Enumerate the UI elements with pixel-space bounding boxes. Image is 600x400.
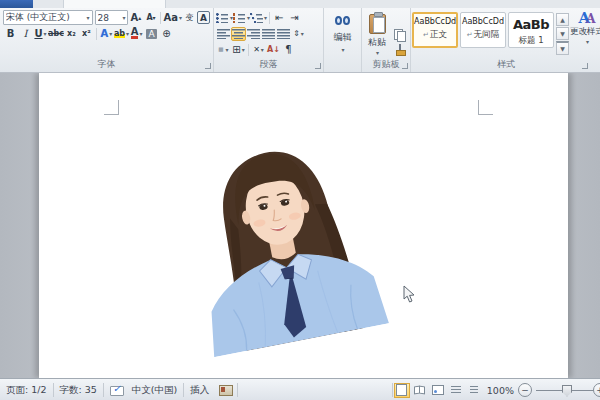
chevron-down-icon: ▾ bbox=[571, 38, 600, 45]
align-center-button[interactable] bbox=[231, 27, 246, 41]
text-effects-button[interactable]: A▾ bbox=[99, 27, 114, 41]
dialog-launcher-icon[interactable] bbox=[582, 63, 588, 69]
zoom-out-button[interactable]: − bbox=[518, 383, 532, 397]
view-web-layout-button[interactable] bbox=[430, 383, 446, 398]
macro-record-button[interactable] bbox=[215, 385, 237, 396]
character-border-icon[interactable]: A bbox=[197, 11, 210, 24]
insert-mode-indicator[interactable]: 插入 bbox=[184, 384, 215, 397]
styles-group-label: 样式 bbox=[411, 58, 600, 71]
asian-layout-button[interactable]: ✕▾ bbox=[251, 43, 266, 57]
shrink-font-button[interactable]: A▾ bbox=[143, 11, 158, 25]
chevron-down-icon: ▾ bbox=[301, 30, 304, 37]
page[interactable] bbox=[39, 73, 568, 378]
separator bbox=[237, 383, 238, 397]
strikethrough-button[interactable]: abc bbox=[48, 27, 64, 41]
paragraph-mark-icon: ↵ bbox=[423, 31, 429, 39]
zoom-slider-thumb[interactable] bbox=[562, 385, 572, 397]
increase-indent-button[interactable]: ⇥ bbox=[287, 11, 302, 25]
chevron-down-icon[interactable]: ▾ bbox=[122, 14, 125, 21]
shading-button[interactable]: ◆▾ bbox=[216, 43, 231, 57]
home-tab-edge[interactable] bbox=[63, 0, 166, 8]
chevron-down-icon: ▾ bbox=[261, 46, 264, 53]
dialog-launcher-icon[interactable] bbox=[315, 63, 321, 69]
chevron-down-icon: ▾ bbox=[264, 14, 267, 21]
view-draft-button[interactable] bbox=[466, 383, 482, 398]
styles-scroll-down-button[interactable]: ▼ bbox=[556, 27, 569, 40]
bold-button[interactable]: B bbox=[3, 27, 18, 41]
format-painter-button[interactable] bbox=[392, 43, 407, 57]
dialog-launcher-icon[interactable] bbox=[402, 63, 408, 69]
borders-button[interactable]: ⊞▾ bbox=[231, 43, 246, 57]
styles-more-button[interactable]: ▼ bbox=[556, 41, 569, 55]
borders-icon: ⊞ bbox=[232, 44, 240, 55]
word-count-indicator[interactable]: 字数: 35 bbox=[54, 384, 103, 397]
chevron-down-icon: ▾ bbox=[366, 49, 389, 56]
character-shading-button[interactable]: A bbox=[144, 27, 159, 41]
zoom-slider-track[interactable] bbox=[536, 390, 596, 391]
distribute-icon bbox=[277, 28, 290, 39]
align-right-button[interactable] bbox=[246, 27, 261, 41]
ribbon-home: 宋体 (中文正文) ▾ 28 ▾ A▴ A▾ Aa▾ 变 A B I U▾ ab… bbox=[0, 8, 600, 73]
proofing-status-button[interactable]: ✓ bbox=[104, 384, 130, 396]
line-spacing-icon: ⇕ bbox=[293, 29, 300, 38]
chevron-down-icon[interactable]: ▾ bbox=[87, 14, 90, 21]
show-hide-marks-button[interactable]: ¶ bbox=[281, 43, 296, 57]
style-normal[interactable]: AaBbCcDd ↵正文 bbox=[412, 12, 458, 48]
underline-button[interactable]: U▾ bbox=[33, 27, 48, 41]
grow-font-button[interactable]: A▴ bbox=[128, 11, 143, 25]
view-print-layout-button[interactable] bbox=[394, 383, 410, 398]
file-tab-edge[interactable] bbox=[0, 0, 33, 8]
portrait-photo-drawing bbox=[161, 120, 401, 360]
align-left-button[interactable] bbox=[216, 27, 231, 41]
subscript-button[interactable]: x₂ bbox=[64, 27, 79, 41]
font-color-button[interactable]: A▾ bbox=[129, 27, 144, 41]
font-name-combo[interactable]: 宋体 (中文正文) ▾ bbox=[3, 10, 93, 25]
zoom-level-indicator[interactable]: 100% bbox=[483, 385, 518, 396]
change-styles-button[interactable]: AA 更改样式 ▾ bbox=[570, 11, 600, 56]
align-left-icon bbox=[217, 28, 230, 39]
numbering-button[interactable]: ▾ bbox=[233, 11, 250, 25]
style-no-spacing[interactable]: AaBbCcDd ↵无间隔 bbox=[460, 12, 506, 48]
font-size-combo[interactable]: 28 ▾ bbox=[95, 10, 129, 25]
change-case-button[interactable]: Aa▾ bbox=[163, 11, 182, 25]
styles-gallery-scroll: ▲ ▼ ▼ bbox=[556, 13, 569, 56]
justify-button[interactable] bbox=[261, 27, 276, 41]
decrease-indent-button[interactable]: ⇤ bbox=[272, 11, 287, 25]
numbering-icon bbox=[233, 12, 246, 23]
line-spacing-button[interactable]: ⇕▾ bbox=[291, 27, 306, 41]
font-group: 宋体 (中文正文) ▾ 28 ▾ A▴ A▾ Aa▾ 变 A B I U▾ ab… bbox=[0, 8, 214, 72]
copy-button[interactable] bbox=[392, 28, 407, 42]
margin-crop-mark-left bbox=[104, 100, 119, 115]
cut-button[interactable] bbox=[392, 14, 407, 28]
styles-scroll-up-button[interactable]: ▲ bbox=[556, 13, 569, 26]
highlight-button[interactable]: ab▾ bbox=[114, 27, 129, 41]
superscript-button[interactable]: x² bbox=[79, 27, 94, 41]
page-number-indicator[interactable]: 页面: 1/2 bbox=[0, 384, 53, 397]
editing-menu-button[interactable]: 编辑 ▾ bbox=[324, 8, 361, 53]
bullets-button[interactable]: ▾ bbox=[216, 11, 233, 25]
style-heading1[interactable]: AaBb 标题 1 bbox=[508, 12, 554, 48]
zoom-in-button[interactable]: + bbox=[593, 383, 600, 397]
enclose-characters-button[interactable]: ⊕ bbox=[159, 27, 174, 41]
portrait-photo[interactable] bbox=[161, 120, 401, 360]
separator bbox=[269, 12, 270, 24]
dialog-launcher-icon[interactable] bbox=[205, 63, 211, 69]
change-styles-icon: AA bbox=[570, 11, 600, 26]
sort-button[interactable]: A↓ bbox=[266, 43, 281, 57]
macro-record-icon bbox=[219, 385, 233, 396]
view-outline-button[interactable] bbox=[448, 383, 464, 398]
document-area[interactable] bbox=[0, 73, 600, 378]
align-right-icon bbox=[247, 28, 260, 39]
chevron-down-icon: ▾ bbox=[226, 46, 229, 53]
view-fullscreen-reading-button[interactable] bbox=[412, 383, 428, 398]
editing-group: 编辑 ▾ bbox=[324, 8, 362, 72]
phonetic-guide-icon[interactable]: 变 bbox=[182, 11, 197, 25]
font-color-icon: A bbox=[131, 28, 139, 39]
language-indicator[interactable]: 中文(中国) bbox=[130, 384, 183, 397]
multilevel-list-button[interactable]: ▾ bbox=[250, 11, 267, 25]
clipboard-group: 粘贴 ▾ 剪贴板 bbox=[362, 8, 411, 72]
paste-button[interactable]: 粘贴 ▾ bbox=[365, 13, 389, 56]
distribute-button[interactable] bbox=[276, 27, 291, 41]
paragraph-mark-icon: ↵ bbox=[467, 31, 473, 39]
italic-button[interactable]: I bbox=[18, 27, 33, 41]
